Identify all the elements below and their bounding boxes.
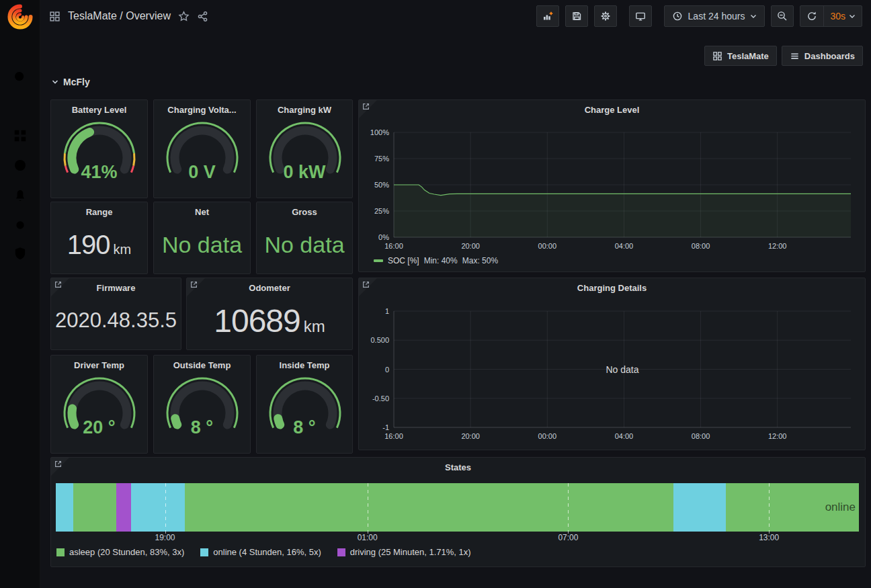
top-nav: TeslaMate / Overview Last 24 hours bbox=[40, 0, 871, 32]
legend-swatch bbox=[337, 548, 345, 556]
legend-label: asleep (20 Stunden, 83%, 3x) bbox=[69, 547, 184, 557]
panel-title[interactable]: Driver Temp bbox=[51, 360, 147, 370]
panel-range: Range 190 km bbox=[50, 202, 148, 274]
panel-outside-temp: Outside Temp 8 ° bbox=[153, 355, 251, 454]
svg-text:00:00: 00:00 bbox=[538, 242, 557, 250]
breadcrumb: TeslaMate / Overview bbox=[49, 10, 208, 22]
dashboard-links: TeslaMate Dashboards bbox=[704, 46, 863, 66]
grafana-logo-icon[interactable] bbox=[5, 2, 35, 32]
panel-states: States online 19:0001:0007:0013:00 aslee… bbox=[50, 457, 866, 567]
current-state-label: online bbox=[825, 501, 856, 514]
admin-shield-icon[interactable] bbox=[13, 246, 28, 261]
panel-title[interactable]: Charging kW bbox=[257, 105, 352, 115]
soc-legend-item[interactable]: SOC [%] Min: 40% Max: 50% bbox=[374, 256, 498, 265]
legend-swatch bbox=[56, 548, 65, 556]
clock-icon bbox=[672, 11, 683, 22]
svg-text:No data: No data bbox=[606, 364, 638, 375]
time-gridline bbox=[568, 483, 569, 537]
time-tick-label: 07:00 bbox=[558, 533, 578, 542]
dashboard-title[interactable]: TeslaMate / Overview bbox=[68, 10, 171, 22]
link-teslamate[interactable]: TeslaMate bbox=[704, 46, 777, 66]
svg-text:16:00: 16:00 bbox=[384, 432, 403, 440]
state-segment-online bbox=[56, 483, 73, 532]
panel-title[interactable]: Gross bbox=[257, 207, 352, 217]
time-range-label: Last 24 hours bbox=[688, 11, 745, 22]
charge-level-chart: 0%25%50%75%100%16:0020:0000:0004:0008:00… bbox=[359, 100, 865, 271]
configuration-gear-icon[interactable] bbox=[13, 218, 28, 233]
series-min: Min: 40% bbox=[424, 256, 458, 265]
time-range-picker[interactable]: Last 24 hours bbox=[664, 5, 765, 27]
toolbar: Last 24 hours 30s bbox=[536, 5, 862, 27]
search-icon[interactable] bbox=[13, 70, 28, 85]
states-timeline: online bbox=[56, 483, 859, 532]
stat-unit: km bbox=[114, 242, 132, 257]
time-tick-label: 19:00 bbox=[155, 533, 175, 542]
share-icon[interactable] bbox=[197, 11, 208, 22]
svg-text:20:00: 20:00 bbox=[461, 242, 480, 250]
panel-firmware: Firmware 2020.48.35.5 bbox=[50, 278, 181, 350]
legend-swatch bbox=[200, 548, 208, 556]
svg-text:04:00: 04:00 bbox=[615, 432, 634, 440]
create-plus-icon[interactable] bbox=[13, 99, 28, 114]
stat-unit: km bbox=[304, 317, 325, 336]
series-name: SOC [%] bbox=[388, 256, 419, 265]
explore-compass-icon[interactable] bbox=[13, 158, 28, 173]
panel-title[interactable]: Charging Volta... bbox=[154, 105, 250, 115]
svg-text:-0.50: -0.50 bbox=[372, 394, 389, 403]
refresh-button[interactable] bbox=[800, 6, 823, 26]
svg-text:08:00: 08:00 bbox=[692, 432, 710, 440]
series-max: Max: 50% bbox=[462, 256, 498, 265]
panel-title[interactable]: Firmware bbox=[51, 283, 181, 293]
legend-item-online[interactable]: online (4 Stunden, 16%, 5x) bbox=[200, 547, 321, 557]
legend-item-asleep[interactable]: asleep (20 Stunden, 83%, 3x) bbox=[56, 547, 184, 557]
svg-text:0: 0 bbox=[385, 366, 389, 374]
panel-title[interactable]: States bbox=[51, 462, 865, 472]
dashboard-settings-button[interactable] bbox=[594, 5, 617, 27]
states-time-axis: 19:0001:0007:0013:00 bbox=[56, 533, 859, 544]
link-label: Dashboards bbox=[804, 51, 855, 61]
svg-text:00:00: 00:00 bbox=[538, 432, 557, 440]
panel-title[interactable]: Inside Temp bbox=[257, 360, 352, 370]
svg-text:0%: 0% bbox=[378, 233, 389, 241]
star-icon[interactable] bbox=[178, 11, 190, 22]
add-panel-button[interactable] bbox=[536, 5, 559, 27]
gauge-value: 0 V bbox=[154, 162, 250, 182]
state-segment-asleep bbox=[73, 483, 116, 532]
alerting-bell-icon[interactable] bbox=[13, 188, 28, 203]
panel-title[interactable]: Net bbox=[154, 207, 250, 217]
gauge-value: 8 ° bbox=[154, 417, 250, 437]
panel-charging-details: Charging Details -1-0.5000.500116:0020:0… bbox=[358, 278, 866, 450]
svg-text:1: 1 bbox=[385, 307, 389, 315]
link-label: TeslaMate bbox=[727, 51, 769, 61]
save-dashboard-button[interactable] bbox=[565, 5, 588, 27]
dashboards-grid-icon[interactable] bbox=[13, 128, 28, 143]
svg-text:25%: 25% bbox=[374, 207, 389, 215]
panel-title[interactable]: Battery Level bbox=[51, 105, 147, 115]
svg-text:08:00: 08:00 bbox=[692, 242, 710, 250]
zoom-out-button[interactable] bbox=[771, 5, 794, 27]
grid-icon bbox=[712, 51, 722, 61]
gauge-value: 20 ° bbox=[51, 417, 147, 437]
panel-title[interactable]: Outside Temp bbox=[154, 360, 250, 370]
kiosk-tv-button[interactable] bbox=[629, 5, 652, 27]
refresh-interval-dropdown[interactable]: 30s bbox=[824, 6, 862, 26]
panel-battery-level: Battery Level 41% bbox=[50, 99, 148, 198]
panel-title[interactable]: Range bbox=[51, 207, 147, 217]
charging-details-chart: -1-0.5000.500116:0020:0000:0004:0008:001… bbox=[359, 278, 865, 450]
legend-item-driving[interactable]: driving (25 Minuten, 1.71%, 1x) bbox=[337, 547, 471, 557]
panel-title[interactable]: Odometer bbox=[187, 283, 352, 293]
panel-charge-level: Charge Level 0%25%50%75%100%16:0020:0000… bbox=[358, 99, 866, 272]
legend-label: online (4 Stunden, 16%, 5x) bbox=[213, 547, 321, 557]
stat-value: No data bbox=[162, 232, 242, 258]
svg-text:50%: 50% bbox=[374, 181, 389, 189]
panel-charging-kw: Charging kW 0 kW bbox=[256, 99, 353, 198]
legend-label: driving (25 Minuten, 1.71%, 1x) bbox=[350, 547, 471, 557]
link-dashboards[interactable]: Dashboards bbox=[782, 46, 863, 66]
svg-text:100%: 100% bbox=[370, 128, 389, 136]
row-mcfly[interactable]: McFly bbox=[51, 77, 90, 87]
stat-value: 190 bbox=[67, 230, 110, 260]
svg-text:12:00: 12:00 bbox=[768, 242, 787, 250]
time-gridline bbox=[368, 483, 368, 537]
panel-charging-voltage: Charging Volta... 0 V bbox=[153, 99, 251, 198]
time-tick-label: 13:00 bbox=[759, 533, 779, 542]
